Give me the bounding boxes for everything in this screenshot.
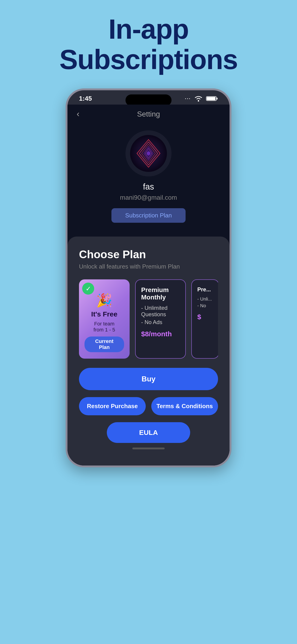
monthly-plan-name: Premium Monthly <box>141 286 180 301</box>
home-indicator <box>132 448 164 449</box>
status-time: 1:45 <box>79 95 92 102</box>
choose-plan-subtitle: Unlock all features with Premium Plan <box>79 263 218 270</box>
svg-point-11 <box>147 152 150 155</box>
phone-frame: 1:45 ··· ‹ Setting <box>66 88 232 467</box>
nav-bar: ‹ Setting <box>68 104 230 124</box>
free-plan-name: It's Free <box>84 310 124 318</box>
bottom-sheet: Choose Plan Unlock all features with Pre… <box>68 236 230 466</box>
selected-checkmark: ✓ <box>82 282 94 294</box>
yearly-plan-card[interactable]: Pre... - Unli... - No $ <box>191 280 218 358</box>
subscription-plan-button[interactable]: Subscription Plan <box>112 208 186 223</box>
page-title: In-app Subscriptions <box>60 14 238 75</box>
free-plan-card[interactable]: ✓ 🎉 It's Free For teamfrom 1 - 5 Current… <box>79 280 130 358</box>
yearly-plan-name: Pre... <box>197 286 213 293</box>
battery-icon <box>206 95 218 102</box>
monthly-feature-2: - No Ads <box>141 319 180 326</box>
eula-button[interactable]: EULA <box>107 422 190 443</box>
plans-row: ✓ 🎉 It's Free For teamfrom 1 - 5 Current… <box>79 280 218 358</box>
svg-rect-2 <box>216 98 218 100</box>
wifi-icon <box>194 95 203 102</box>
svg-rect-3 <box>207 97 216 100</box>
dots-icon: ··· <box>185 96 191 101</box>
avatar <box>126 130 172 176</box>
restore-purchase-button[interactable]: Restore Purchase <box>79 397 146 415</box>
party-emoji: 🎉 <box>84 293 124 308</box>
avatar-logo <box>130 135 167 172</box>
free-plan-desc: For teamfrom 1 - 5 <box>84 321 124 333</box>
yearly-price: $ <box>197 313 213 321</box>
monthly-plan-card[interactable]: Premium Monthly - Unlimited Questions - … <box>135 280 186 358</box>
profile-email: mani90@gmail.com <box>120 194 177 201</box>
terms-conditions-button[interactable]: Terms & Conditions <box>151 397 218 415</box>
nav-title: Setting <box>137 110 160 118</box>
profile-name: fas <box>143 182 154 192</box>
svg-point-0 <box>198 100 199 102</box>
choose-plan-title: Choose Plan <box>79 248 218 261</box>
monthly-price: $8/month <box>141 330 180 338</box>
app-content: ‹ Setting <box>68 104 230 466</box>
back-button[interactable]: ‹ <box>77 109 80 119</box>
buy-button[interactable]: Buy <box>79 368 218 390</box>
monthly-feature-1: - Unlimited Questions <box>141 305 180 318</box>
yearly-feature-2: - No <box>197 303 213 308</box>
status-icons: ··· <box>185 95 218 102</box>
current-plan-badge: Current Plan <box>84 336 124 352</box>
action-row: Restore Purchase Terms & Conditions <box>79 397 218 415</box>
yearly-feature-1: - Unli... <box>197 296 213 302</box>
dynamic-island <box>126 94 172 106</box>
profile-section: fas mani90@gmail.com Subscription Plan <box>68 124 230 232</box>
